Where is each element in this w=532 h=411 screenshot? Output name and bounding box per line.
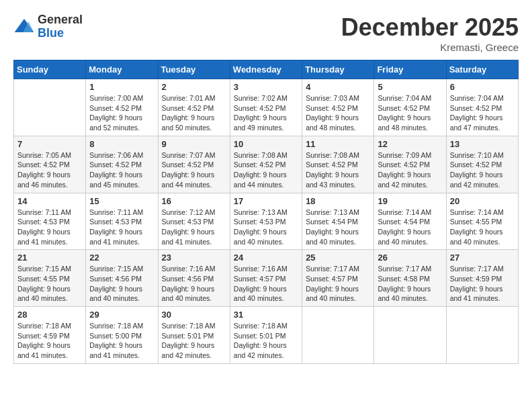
day-info: Sunrise: 7:05 AM Sunset: 4:52 PM Dayligh… [17, 150, 82, 190]
day-number: 14 [17, 196, 82, 206]
month-title: December 2025 [341, 13, 519, 42]
day-info: Sunrise: 7:15 AM Sunset: 4:56 PM Dayligh… [89, 264, 154, 304]
day-number: 18 [306, 196, 370, 206]
day-info: Sunrise: 7:11 AM Sunset: 4:53 PM Dayligh… [17, 208, 82, 247]
day-number: 6 [450, 82, 515, 92]
day-info: Sunrise: 7:14 AM Sunset: 4:55 PM Dayligh… [450, 208, 515, 247]
calendar-week-row: 28Sunrise: 7:18 AM Sunset: 4:59 PM Dayli… [14, 307, 519, 364]
day-info: Sunrise: 7:13 AM Sunset: 4:53 PM Dayligh… [234, 208, 298, 247]
calendar-cell: 11Sunrise: 7:08 AM Sunset: 4:52 PM Dayli… [302, 136, 374, 193]
day-number: 24 [234, 253, 298, 263]
calendar-header-tuesday: Tuesday [158, 60, 230, 79]
calendar-cell: 5Sunrise: 7:04 AM Sunset: 4:52 PM Daylig… [374, 79, 446, 136]
day-number: 16 [162, 196, 226, 206]
calendar-header-friday: Friday [374, 60, 446, 79]
calendar-cell: 26Sunrise: 7:17 AM Sunset: 4:58 PM Dayli… [374, 250, 446, 307]
day-info: Sunrise: 7:11 AM Sunset: 4:53 PM Dayligh… [89, 208, 154, 247]
calendar-cell: 7Sunrise: 7:05 AM Sunset: 4:52 PM Daylig… [14, 136, 86, 193]
calendar-cell [302, 307, 374, 364]
day-info: Sunrise: 7:16 AM Sunset: 4:56 PM Dayligh… [162, 264, 226, 304]
calendar-table: SundayMondayTuesdayWednesdayThursdayFrid… [13, 60, 519, 364]
calendar-cell: 3Sunrise: 7:02 AM Sunset: 4:52 PM Daylig… [230, 79, 302, 136]
day-info: Sunrise: 7:18 AM Sunset: 5:01 PM Dayligh… [162, 321, 226, 361]
calendar-cell: 8Sunrise: 7:06 AM Sunset: 4:52 PM Daylig… [86, 136, 158, 193]
calendar-cell: 9Sunrise: 7:07 AM Sunset: 4:52 PM Daylig… [158, 136, 230, 193]
location-subtitle: Kremasti, Greece [341, 42, 519, 53]
calendar-cell: 10Sunrise: 7:08 AM Sunset: 4:52 PM Dayli… [230, 136, 302, 193]
day-number: 7 [17, 139, 82, 149]
calendar-week-row: 1Sunrise: 7:00 AM Sunset: 4:52 PM Daylig… [14, 79, 519, 136]
calendar-header-row: SundayMondayTuesdayWednesdayThursdayFrid… [14, 60, 519, 79]
day-info: Sunrise: 7:08 AM Sunset: 4:52 PM Dayligh… [306, 150, 370, 190]
calendar-cell: 19Sunrise: 7:14 AM Sunset: 4:54 PM Dayli… [374, 193, 446, 250]
day-number: 5 [378, 82, 442, 92]
calendar-cell: 24Sunrise: 7:16 AM Sunset: 4:57 PM Dayli… [230, 250, 302, 307]
day-info: Sunrise: 7:18 AM Sunset: 5:01 PM Dayligh… [234, 321, 298, 361]
logo-icon [13, 16, 35, 38]
calendar-cell: 14Sunrise: 7:11 AM Sunset: 4:53 PM Dayli… [14, 193, 86, 250]
day-info: Sunrise: 7:01 AM Sunset: 4:52 PM Dayligh… [162, 93, 226, 133]
day-info: Sunrise: 7:16 AM Sunset: 4:57 PM Dayligh… [234, 264, 298, 304]
calendar-cell: 6Sunrise: 7:04 AM Sunset: 4:52 PM Daylig… [446, 79, 518, 136]
day-number: 29 [89, 310, 154, 320]
day-number: 1 [89, 82, 154, 92]
day-number: 10 [234, 139, 298, 149]
day-info: Sunrise: 7:10 AM Sunset: 4:52 PM Dayligh… [450, 150, 515, 190]
calendar-cell: 25Sunrise: 7:17 AM Sunset: 4:57 PM Dayli… [302, 250, 374, 307]
calendar-cell: 1Sunrise: 7:00 AM Sunset: 4:52 PM Daylig… [86, 79, 158, 136]
day-number: 27 [450, 253, 515, 263]
day-number: 30 [162, 310, 226, 320]
calendar-cell: 28Sunrise: 7:18 AM Sunset: 4:59 PM Dayli… [14, 307, 86, 364]
day-number: 12 [378, 139, 442, 149]
day-info: Sunrise: 7:18 AM Sunset: 4:59 PM Dayligh… [17, 321, 82, 361]
day-info: Sunrise: 7:13 AM Sunset: 4:54 PM Dayligh… [306, 208, 370, 247]
day-number: 31 [234, 310, 298, 320]
calendar-cell: 18Sunrise: 7:13 AM Sunset: 4:54 PM Dayli… [302, 193, 374, 250]
calendar-cell: 23Sunrise: 7:16 AM Sunset: 4:56 PM Dayli… [158, 250, 230, 307]
day-number: 8 [89, 139, 154, 149]
calendar-cell: 21Sunrise: 7:15 AM Sunset: 4:55 PM Dayli… [14, 250, 86, 307]
calendar-cell: 17Sunrise: 7:13 AM Sunset: 4:53 PM Dayli… [230, 193, 302, 250]
day-info: Sunrise: 7:18 AM Sunset: 5:00 PM Dayligh… [89, 321, 154, 361]
day-number: 13 [450, 139, 515, 149]
day-info: Sunrise: 7:04 AM Sunset: 4:52 PM Dayligh… [450, 93, 515, 133]
calendar-week-row: 21Sunrise: 7:15 AM Sunset: 4:55 PM Dayli… [14, 250, 519, 307]
day-number: 25 [306, 253, 370, 263]
day-info: Sunrise: 7:03 AM Sunset: 4:52 PM Dayligh… [306, 93, 370, 133]
calendar-header-thursday: Thursday [302, 60, 374, 79]
day-info: Sunrise: 7:17 AM Sunset: 4:59 PM Dayligh… [450, 264, 515, 304]
page-header: General Blue December 2025 Kremasti, Gre… [13, 13, 519, 53]
day-number: 21 [17, 253, 82, 263]
day-number: 20 [450, 196, 515, 206]
calendar-cell: 12Sunrise: 7:09 AM Sunset: 4:52 PM Dayli… [374, 136, 446, 193]
day-number: 15 [89, 196, 154, 206]
day-info: Sunrise: 7:14 AM Sunset: 4:54 PM Dayligh… [378, 208, 442, 247]
title-block: December 2025 Kremasti, Greece [341, 13, 519, 53]
day-info: Sunrise: 7:00 AM Sunset: 4:52 PM Dayligh… [89, 93, 154, 133]
calendar-week-row: 14Sunrise: 7:11 AM Sunset: 4:53 PM Dayli… [14, 193, 519, 250]
logo: General Blue [13, 13, 83, 40]
day-number: 28 [17, 310, 82, 320]
day-info: Sunrise: 7:07 AM Sunset: 4:52 PM Dayligh… [162, 150, 226, 190]
calendar-header-monday: Monday [86, 60, 158, 79]
day-number: 19 [378, 196, 442, 206]
calendar-header-saturday: Saturday [446, 60, 518, 79]
logo-general-text: General [38, 13, 83, 27]
calendar-cell: 22Sunrise: 7:15 AM Sunset: 4:56 PM Dayli… [86, 250, 158, 307]
calendar-cell: 27Sunrise: 7:17 AM Sunset: 4:59 PM Dayli… [446, 250, 518, 307]
calendar-week-row: 7Sunrise: 7:05 AM Sunset: 4:52 PM Daylig… [14, 136, 519, 193]
calendar-cell [446, 307, 518, 364]
calendar-cell: 4Sunrise: 7:03 AM Sunset: 4:52 PM Daylig… [302, 79, 374, 136]
day-info: Sunrise: 7:17 AM Sunset: 4:58 PM Dayligh… [378, 264, 442, 304]
calendar-cell: 29Sunrise: 7:18 AM Sunset: 5:00 PM Dayli… [86, 307, 158, 364]
day-info: Sunrise: 7:02 AM Sunset: 4:52 PM Dayligh… [234, 93, 298, 133]
day-number: 26 [378, 253, 442, 263]
day-number: 3 [234, 82, 298, 92]
day-number: 9 [162, 139, 226, 149]
day-info: Sunrise: 7:12 AM Sunset: 4:53 PM Dayligh… [162, 208, 226, 247]
day-number: 2 [162, 82, 226, 92]
calendar-cell [14, 79, 86, 136]
day-info: Sunrise: 7:06 AM Sunset: 4:52 PM Dayligh… [89, 150, 154, 190]
day-number: 22 [89, 253, 154, 263]
day-info: Sunrise: 7:15 AM Sunset: 4:55 PM Dayligh… [17, 264, 82, 304]
